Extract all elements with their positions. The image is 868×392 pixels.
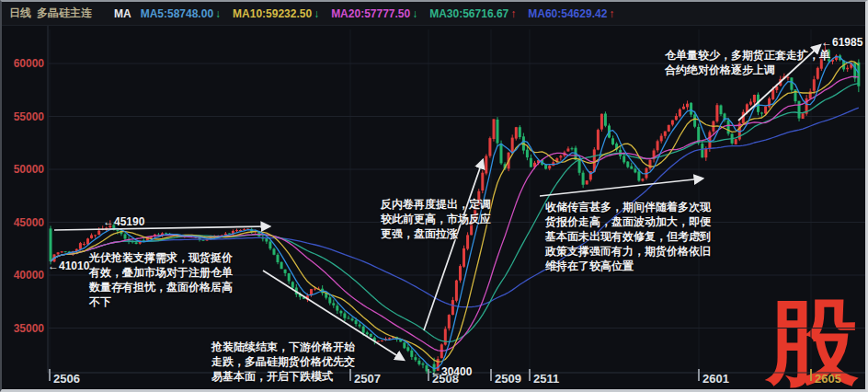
annotation-stockpiling-rumors: 收储传言甚多，期间伴随着多次现货报价走高，盘面波动加大，即便基本面未出现有效修复…: [545, 200, 720, 273]
price-tag: ←30400: [430, 365, 472, 378]
annotation-arrow: [540, 179, 702, 196]
annotation-downtrend-start: 抢装陆续结束，下游价格开始走跌，多晶硅期货价格优先交易基本面，开启下跌模式: [211, 340, 360, 384]
x-axis-label: 2509: [495, 372, 521, 386]
trading-chart-window: 日线 多晶硅主连 MA MA5:58748.00↓MA10:59232.50↓M…: [0, 0, 868, 392]
x-axis-label: 2506: [53, 372, 80, 386]
y-axis-label: 45000: [14, 216, 45, 229]
annotation-warehouse-receipts: 仓单量较少，多期货正套走扩，单合约绝对价格逐步上调: [665, 48, 839, 77]
y-axis-label: 60000: [14, 57, 45, 70]
price-tag: ←61985: [821, 36, 862, 49]
x-axis-label: 2605: [815, 372, 841, 386]
x-axis-label: 2511: [533, 372, 559, 386]
y-axis-label: 55000: [14, 110, 45, 123]
annotation-anti-involution: 反内卷再度提出，定调较此前更高，市场反应更强，盘面拉涨: [381, 197, 497, 241]
x-axis-label: 2601: [702, 372, 729, 386]
y-axis-label: 40000: [14, 269, 45, 282]
annotation-pv-rush-demand: 光伏抢装支撑需求，现货挺价有效，叠加市场对于注册仓单数量存有担忧，盘面价格居高不…: [89, 250, 238, 309]
chart-area: 6000055000500004500040000350002506250725…: [2, 2, 868, 392]
y-axis-label: 50000: [14, 163, 45, 176]
price-tag: ←45190: [103, 215, 144, 228]
price-tag: ←41010: [48, 259, 89, 272]
y-axis-label: 35000: [14, 322, 45, 335]
